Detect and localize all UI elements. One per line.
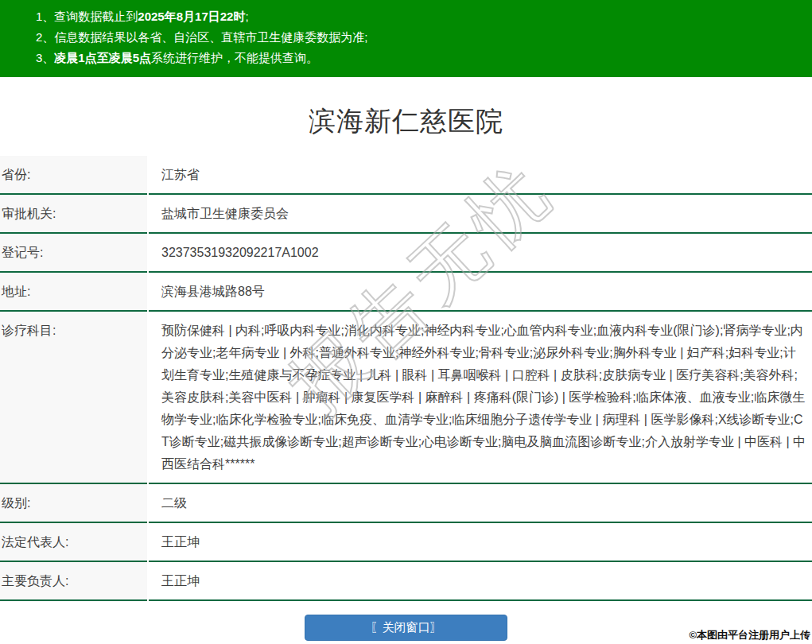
notice-line-2: 2、信息数据结果以各省、自治区、直辖市卫生健康委数据为准; xyxy=(36,27,804,48)
row-value: 盐城市卫生健康委员会 xyxy=(149,195,812,234)
row-value: 滨海县港城路88号 xyxy=(149,273,812,312)
row-label: 级别: xyxy=(0,484,147,523)
notice-number: 1、 xyxy=(36,10,54,23)
notice-line-1: 1、查询数据截止到2025年8月17日22时; xyxy=(36,6,804,27)
table-row: 诊疗科目: 预防保健科 | 内科;呼吸内科专业;消化内科专业;神经内科专业;心血… xyxy=(0,312,812,484)
table-row: 省份: 江苏省 xyxy=(0,156,812,195)
row-label: 审批机关: xyxy=(0,195,147,234)
notice-text: 信息数据结果以各省、自治区、直辖市卫生健康委数据为准; xyxy=(54,30,367,44)
row-value: 二级 xyxy=(149,484,812,523)
table-row: 主要负责人: 王正坤 xyxy=(0,562,812,601)
row-value: 王正坤 xyxy=(149,523,812,562)
info-table: 省份: 江苏省 审批机关: 盐城市卫生健康委员会 登记号: 3237353193… xyxy=(0,156,812,638)
notice-text: 系统进行维护，不能提供查询。 xyxy=(151,51,318,64)
close-window-button[interactable]: 〖关闭窗口〗 xyxy=(305,615,507,641)
table-row: 审批机关: 盐城市卫生健康委员会 xyxy=(0,195,812,234)
table-row: 登记号: 32373531932092217A1002 xyxy=(0,234,812,273)
notice-bar: 1、查询数据截止到2025年8月17日22时; 2、信息数据结果以各省、自治区、… xyxy=(0,0,812,77)
table-row: 法定代表人: 王正坤 xyxy=(0,523,812,562)
row-label: 法定代表人: xyxy=(0,523,147,562)
row-label: 省份: xyxy=(0,156,147,195)
image-credit-watermark: ©本图由平台注册用户上传 xyxy=(689,628,810,642)
notice-number: 3、 xyxy=(36,51,54,64)
row-value: 江苏省 xyxy=(149,156,812,195)
row-value: 32373531932092217A1002 xyxy=(149,234,812,273)
page-title: 滨海新仁慈医院 xyxy=(0,103,812,140)
notice-text: ; xyxy=(245,10,248,23)
notice-text: 查询数据截止到 xyxy=(54,10,138,23)
row-value: 王正坤 xyxy=(149,562,812,601)
row-label: 地址: xyxy=(0,273,147,312)
table-row: 地址: 滨海县港城路88号 xyxy=(0,273,812,312)
table-row: 级别: 二级 xyxy=(0,484,812,523)
row-label: 主要负责人: xyxy=(0,562,147,601)
row-label: 诊疗科目: xyxy=(0,312,147,484)
notice-number: 2、 xyxy=(36,30,54,44)
notice-text-bold: 2025年8月17日22时 xyxy=(138,10,245,23)
row-value: 预防保健科 | 内科;呼吸内科专业;消化内科专业;神经内科专业;心血管内科专业;… xyxy=(149,312,812,484)
row-label: 登记号: xyxy=(0,234,147,273)
notice-line-3: 3、凌晨1点至凌晨5点系统进行维护，不能提供查询。 xyxy=(36,48,804,68)
notice-text-bold: 凌晨1点至凌晨5点 xyxy=(54,51,151,64)
